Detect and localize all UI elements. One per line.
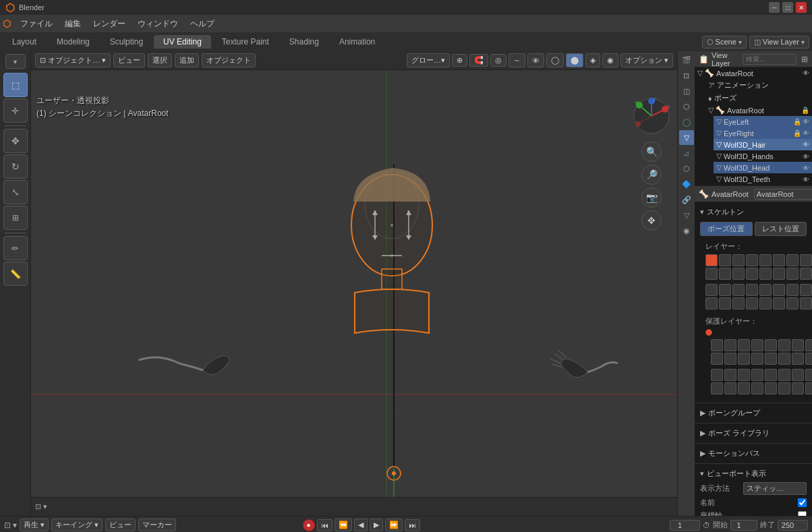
play-back-btn[interactable]: ◀	[354, 519, 368, 531]
protect-cell-14[interactable]	[778, 353, 790, 365]
pose-library-header[interactable]: ▶ ポーズ ライブラリ	[695, 426, 812, 440]
constraints-props-icon[interactable]: 🔗	[679, 192, 694, 207]
protect-cell-21[interactable]	[765, 369, 777, 381]
playback-dropdown[interactable]: 再生 ▾	[20, 519, 49, 531]
snap-btn[interactable]: 🧲	[469, 54, 488, 67]
world-props-icon[interactable]: ◯	[679, 115, 694, 129]
solid-shading-btn[interactable]: ⬤	[566, 53, 583, 67]
bone-groups-header[interactable]: ▶ ボーングループ	[695, 406, 812, 420]
eyeright-vis-icon[interactable]: 👁	[803, 129, 809, 137]
layer-cell-30[interactable]	[773, 297, 785, 309]
rendered-btn[interactable]: ◉	[602, 53, 618, 67]
prev-keyframe-btn[interactable]: ⏪	[335, 519, 352, 531]
annotate-tool[interactable]: ✏	[3, 236, 28, 260]
eyeleft-lock-icon[interactable]: 🔒	[793, 118, 801, 125]
layer-cell-6[interactable]	[773, 254, 785, 266]
render-props-icon[interactable]: 🎬	[679, 53, 694, 67]
select-box-tool[interactable]: ⬚	[3, 73, 28, 97]
motion-paths-header[interactable]: ▶ モーションパス	[695, 446, 812, 461]
outliner-item-eyeleft[interactable]: ▽ EyeLeft 🔒 👁	[714, 116, 812, 127]
tab-modeling[interactable]: Modeling	[47, 35, 99, 49]
tab-layout[interactable]: Layout	[3, 35, 46, 49]
marker-btn[interactable]: マーカー	[138, 519, 176, 531]
menu-window[interactable]: ウィンドウ	[132, 17, 183, 31]
layer-cell-11[interactable]	[732, 268, 745, 280]
protect-cell-25[interactable]	[711, 382, 723, 394]
outliner-item-wolf3d-hands[interactable]: ▽ Wolf3D_Hands 👁	[714, 150, 812, 162]
layer-cell-9[interactable]	[705, 268, 718, 280]
protect-cell-27[interactable]	[738, 382, 750, 394]
protect-cell-28[interactable]	[751, 382, 763, 394]
layer-cell-13[interactable]	[759, 268, 772, 280]
tab-texture-paint[interactable]: Texture Paint	[212, 35, 279, 49]
layer-cell-5[interactable]	[759, 254, 772, 266]
protect-cell-32[interactable]	[805, 382, 812, 394]
timeline-view-btn[interactable]: ビュー	[105, 519, 136, 531]
layer-cell-4[interactable]	[746, 254, 758, 266]
outliner-item-animation[interactable]: ア アニメーション	[705, 79, 812, 92]
layer-cell-25[interactable]	[705, 297, 718, 309]
end-frame-input[interactable]	[778, 520, 808, 531]
pose-position-btn[interactable]: ポーズ位置	[700, 222, 753, 236]
view-layer-dropdown-icon[interactable]: ▾	[801, 38, 805, 46]
protect-cell-4[interactable]	[751, 339, 763, 351]
pivot-btn[interactable]: ⊕	[452, 54, 467, 67]
menu-help[interactable]: ヘルプ	[185, 17, 220, 31]
tab-sculpting[interactable]: Sculpting	[100, 35, 152, 49]
outliner-item-wolf3d-teeth[interactable]: ▽ Wolf3D_Teeth 👁	[714, 173, 812, 185]
show-name-checkbox[interactable]	[798, 498, 807, 507]
close-button[interactable]: ✕	[796, 2, 807, 13]
data-props-icon[interactable]: ▽	[679, 208, 694, 223]
protect-cell-24[interactable]	[805, 369, 812, 381]
select-menu-btn[interactable]: 選択	[148, 53, 172, 67]
protect-cell-22[interactable]	[778, 369, 790, 381]
layer-cell-3[interactable]	[732, 254, 745, 266]
curve-btn[interactable]: ～	[509, 53, 525, 67]
object-props-icon[interactable]: ▽	[679, 130, 694, 145]
start-frame-input[interactable]	[730, 520, 757, 531]
layer-cell-12[interactable]	[746, 268, 758, 280]
protect-cell-29[interactable]	[765, 382, 777, 394]
measure-tool[interactable]: 📏	[3, 262, 28, 286]
pan-btn[interactable]: ✥	[641, 210, 662, 231]
zoom-out-btn[interactable]: 🔎	[641, 165, 662, 185]
rotate-tool[interactable]: ↻	[3, 154, 28, 179]
head-vis-icon[interactable]: 👁	[803, 165, 809, 172]
layer-cell-20[interactable]	[746, 284, 758, 296]
menu-file[interactable]: ファイル	[15, 17, 58, 31]
layer-cell-7[interactable]	[786, 254, 799, 266]
layer-cell-24[interactable]	[800, 284, 812, 296]
outliner-item-wolf3d-hair[interactable]: ▽ Wolf3D_Hair 👁	[714, 139, 812, 150]
protect-cell-7[interactable]	[792, 339, 804, 351]
viewport-overlay-btn[interactable]: 👁	[527, 53, 544, 67]
outliner-item-wolf3d-head[interactable]: ▽ Wolf3D_Head 👁	[714, 162, 812, 173]
prop-object-name-input[interactable]	[754, 189, 812, 200]
outliner-item-avatarroot-top[interactable]: ▽ 🦴 AvatarRoot 👁	[695, 67, 812, 79]
jump-start-btn[interactable]: ⏮	[317, 519, 332, 531]
mode-select-btn[interactable]: ▾	[5, 54, 26, 69]
proportional-btn[interactable]: ◎	[490, 54, 506, 67]
tab-shading[interactable]: Shading	[280, 35, 328, 49]
show-axis-checkbox[interactable]	[798, 511, 807, 516]
protect-cell-9[interactable]	[711, 353, 723, 365]
protect-cell-17[interactable]	[711, 369, 723, 381]
protect-cell-13[interactable]	[765, 353, 777, 365]
protect-cell-11[interactable]	[738, 353, 750, 365]
protect-cell-20[interactable]	[751, 369, 763, 381]
particles-props-icon[interactable]: ⬡	[679, 161, 694, 176]
layer-cell-32[interactable]	[800, 297, 812, 309]
material-props-icon[interactable]: ◉	[679, 223, 694, 238]
protect-cell-18[interactable]	[724, 369, 736, 381]
material-preview-btn[interactable]: ◈	[585, 53, 600, 67]
protect-cell-6[interactable]	[778, 339, 790, 351]
jump-end-btn[interactable]: ⏭	[405, 519, 420, 531]
tab-uv-editing[interactable]: UV Editing	[154, 35, 211, 49]
zoom-in-btn[interactable]: 🔍	[641, 142, 662, 162]
protect-cell-15[interactable]	[792, 353, 804, 365]
protect-cell-30[interactable]	[778, 382, 790, 394]
protect-cell-12[interactable]	[751, 353, 763, 365]
layer-cell-31[interactable]	[786, 297, 799, 309]
layer-cell-10[interactable]	[719, 268, 731, 280]
next-keyframe-btn[interactable]: ⏩	[385, 519, 403, 531]
layer-cell-15[interactable]	[786, 268, 799, 280]
